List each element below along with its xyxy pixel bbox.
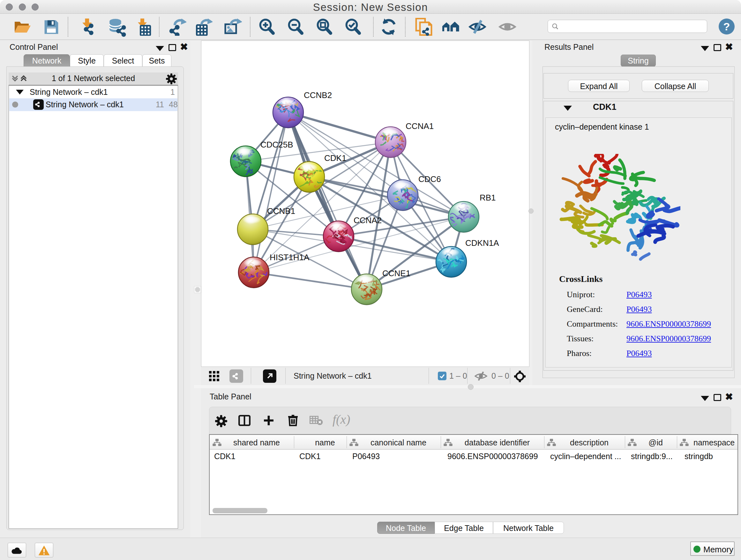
svg-text:CCNB2: CCNB2 bbox=[304, 90, 332, 100]
svg-text:CCNE1: CCNE1 bbox=[382, 268, 410, 278]
svg-text:CDC25B: CDC25B bbox=[260, 140, 293, 149]
svg-text:CDK1: CDK1 bbox=[324, 153, 346, 163]
svg-text:CCNA2: CCNA2 bbox=[354, 215, 382, 225]
svg-text:CCNA1: CCNA1 bbox=[406, 121, 434, 131]
svg-text:RB1: RB1 bbox=[480, 193, 496, 202]
svg-text:CCNB1: CCNB1 bbox=[267, 206, 295, 216]
svg-text:HIST1H1A: HIST1H1A bbox=[270, 253, 310, 262]
svg-text:CDKN1A: CDKN1A bbox=[465, 238, 499, 248]
svg-text:CDC6: CDC6 bbox=[418, 174, 441, 184]
